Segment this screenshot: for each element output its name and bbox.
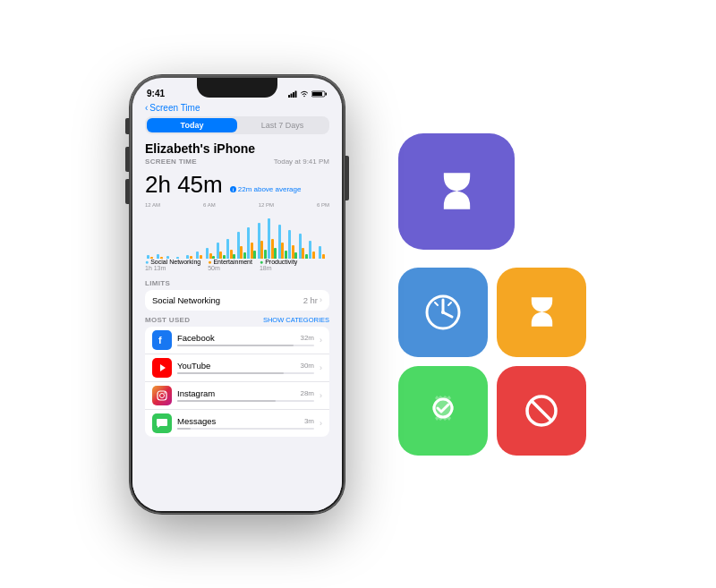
chevron-icon: › bbox=[320, 363, 322, 372]
avg-label: i 22m above average bbox=[230, 185, 302, 193]
app-item-facebook[interactable]: f Facebook 32m › bbox=[145, 327, 329, 354]
status-time: 9:41 bbox=[147, 89, 165, 98]
legend-social: ● Social Networking1h 13m bbox=[145, 259, 200, 271]
svg-rect-6 bbox=[312, 92, 322, 96]
chart-time-labels: 12 AM 6 AM 12 PM 6 PM bbox=[145, 202, 329, 208]
icons-panel bbox=[398, 133, 586, 456]
notch bbox=[197, 78, 277, 98]
svg-line-22 bbox=[532, 401, 551, 421]
icons-grid bbox=[398, 268, 586, 456]
power-button bbox=[345, 156, 349, 200]
messages-info: Messages 3m bbox=[177, 416, 314, 430]
battery-icon bbox=[311, 90, 328, 98]
limit-value: 2 hr › bbox=[303, 295, 322, 305]
svg-rect-2 bbox=[293, 92, 294, 98]
screen-time-icon-large bbox=[398, 133, 515, 250]
silent-button bbox=[125, 118, 130, 134]
legend-entertainment: ● Entertainment50m bbox=[208, 259, 252, 271]
messages-icon bbox=[152, 413, 172, 433]
block-svg bbox=[519, 388, 564, 433]
usage-icon bbox=[398, 268, 488, 357]
main-container: 9:41 bbox=[0, 0, 716, 588]
facebook-name: Facebook bbox=[177, 333, 215, 343]
svg-marker-10 bbox=[160, 364, 166, 371]
youtube-name: YouTube bbox=[177, 361, 210, 371]
youtube-info: YouTube 30m bbox=[177, 361, 314, 374]
screen-time-orange-icon bbox=[497, 268, 586, 357]
legend-productivity: ● Productivity18m bbox=[260, 259, 297, 271]
svg-rect-3 bbox=[295, 90, 297, 98]
limit-label: Social Networking bbox=[152, 295, 220, 305]
show-categories-btn[interactable]: SHOW CATEGORIES bbox=[263, 316, 329, 324]
clock-svg bbox=[421, 290, 465, 335]
back-chevron: ‹ bbox=[145, 103, 148, 113]
back-nav[interactable]: ‹ Screen Time bbox=[145, 103, 329, 113]
chart-area: 12 AM 6 AM 12 PM 6 PM bbox=[145, 202, 329, 274]
checkmark-gear-svg bbox=[421, 388, 465, 433]
messages-name: Messages bbox=[177, 416, 216, 426]
signal-icon bbox=[288, 90, 297, 98]
segment-today[interactable]: Today bbox=[147, 118, 237, 132]
app-item-messages[interactable]: Messages 3m › bbox=[145, 410, 329, 437]
chevron-icon: › bbox=[320, 419, 322, 428]
chevron-icon: › bbox=[320, 336, 322, 345]
app-item-instagram[interactable]: Instagram 28m › bbox=[145, 382, 329, 410]
youtube-time: 30m bbox=[300, 362, 314, 370]
svg-line-18 bbox=[435, 303, 438, 305]
restrictions-icon bbox=[497, 366, 586, 456]
total-time: 2h 45m bbox=[145, 171, 223, 199]
chart-legend: ● Social Networking1h 13m ● Entertainmen… bbox=[145, 259, 329, 271]
facebook-icon: f bbox=[152, 330, 172, 350]
limit-social-networking[interactable]: Social Networking 2 hr › bbox=[145, 290, 329, 311]
svg-rect-1 bbox=[291, 93, 293, 98]
segment-last7[interactable]: Last 7 Days bbox=[237, 118, 328, 132]
svg-line-19 bbox=[448, 303, 451, 305]
svg-rect-5 bbox=[326, 92, 328, 95]
status-icons bbox=[288, 90, 328, 98]
instagram-time: 28m bbox=[300, 389, 314, 397]
svg-text:f: f bbox=[158, 335, 162, 345]
limits-header: LIMITS bbox=[145, 279, 329, 287]
svg-point-12 bbox=[160, 393, 165, 397]
volume-up-button bbox=[125, 147, 130, 172]
wifi-icon bbox=[300, 90, 309, 98]
instagram-name: Instagram bbox=[177, 388, 215, 398]
facebook-info: Facebook 32m bbox=[177, 333, 314, 346]
screen-time-section-label: SCREEN TIME bbox=[145, 158, 197, 166]
instagram-icon bbox=[152, 386, 172, 405]
chart-bars bbox=[145, 209, 329, 259]
most-used-label: MOST USED bbox=[145, 316, 190, 324]
hourglass-svg-large bbox=[432, 166, 482, 216]
svg-rect-0 bbox=[288, 95, 290, 98]
chevron-icon: › bbox=[320, 391, 322, 400]
facebook-time: 32m bbox=[300, 334, 314, 342]
segment-control: Today Last 7 Days bbox=[145, 116, 329, 134]
phone-screen: 9:41 bbox=[132, 78, 342, 511]
hourglass-svg-sm bbox=[522, 292, 562, 332]
settings-icon bbox=[398, 366, 488, 456]
phone-frame: 9:41 bbox=[130, 75, 345, 514]
phone-mockup: 9:41 bbox=[130, 75, 345, 514]
screen-time-display: 2h 45m i 22m above average bbox=[145, 171, 329, 199]
device-title: Elizabeth's iPhone bbox=[145, 141, 329, 156]
back-label: Screen Time bbox=[149, 103, 200, 113]
date-label: Today at 9:41 PM bbox=[274, 158, 329, 166]
info-icon: i bbox=[230, 186, 236, 192]
app-list: f Facebook 32m › bbox=[145, 327, 329, 437]
messages-time: 3m bbox=[304, 417, 314, 425]
svg-line-17 bbox=[443, 312, 452, 317]
screen-content: ‹ Screen Time Today Last 7 Days Elizabet… bbox=[132, 103, 342, 511]
youtube-icon bbox=[152, 358, 172, 378]
svg-point-13 bbox=[164, 392, 166, 394]
most-used-header: MOST USED SHOW CATEGORIES bbox=[145, 316, 329, 324]
volume-down-button bbox=[125, 179, 130, 204]
instagram-info: Instagram 28m bbox=[177, 388, 314, 402]
app-item-youtube[interactable]: YouTube 30m › bbox=[145, 354, 329, 382]
